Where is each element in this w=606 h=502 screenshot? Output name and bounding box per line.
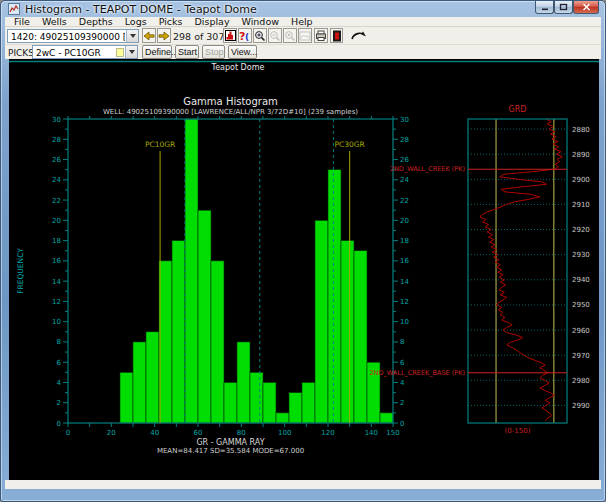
depth-label: 2970	[572, 352, 590, 360]
maximize-button[interactable]	[554, 1, 573, 14]
help-tool-button[interactable]: ? (	[238, 28, 252, 43]
zoom-out-button[interactable]	[268, 28, 282, 43]
histogram-bar	[185, 119, 198, 423]
picks-selector-value: 2wC - PC10GR	[36, 47, 124, 59]
depth-label: 2960	[572, 327, 590, 335]
y-tick-label-right: 20	[400, 217, 409, 225]
histogram-bar	[276, 413, 289, 423]
define-button[interactable]: Define...	[142, 45, 172, 59]
picks-toolbar: PICKS 2wC - PC10GR Define... Start Stop …	[5, 45, 601, 59]
histogram-bar	[146, 332, 159, 423]
prev-arrow-icon	[143, 31, 155, 41]
canvas-header: Teapot Dome	[211, 63, 265, 72]
capture-image-button[interactable]	[298, 28, 312, 43]
y-tick-label: 0	[57, 420, 61, 428]
y-tick-label-right: 18	[400, 237, 409, 245]
picks-label: PICKS	[8, 48, 34, 58]
histogram-bar	[159, 261, 172, 423]
gr-curve	[480, 119, 563, 421]
picks-selector-dropdown[interactable]	[125, 46, 137, 58]
x-tick-label: 140	[365, 429, 378, 437]
help-icon: ? (	[239, 30, 251, 42]
y-tick-label-right: 26	[400, 156, 409, 164]
zoom-reset-button[interactable]	[283, 28, 297, 43]
close-button[interactable]	[573, 1, 599, 14]
y-tick-label: 10	[52, 318, 61, 326]
zoom-in-button[interactable]	[253, 28, 267, 43]
track-title: GRD	[509, 105, 527, 114]
depth-label: 2940	[572, 276, 590, 284]
y-tick-label: 8	[57, 338, 61, 346]
depth-label: 2880	[572, 126, 590, 134]
view-button[interactable]: View...	[228, 45, 257, 59]
menu-item-picks[interactable]: Picks	[153, 17, 189, 27]
plot-area: Teapot DomeGamma HistogramWELL: 49025109…	[9, 59, 599, 480]
menu-item-display[interactable]: Display	[188, 17, 235, 27]
menu-item-logs[interactable]: Logs	[119, 17, 153, 27]
app-window: Histogram - TEAPOT DOME - Teapot Dome Fi…	[0, 0, 606, 502]
menu-item-file[interactable]: File	[8, 17, 36, 27]
track-frame	[468, 119, 567, 423]
print-icon	[315, 30, 327, 42]
start-button[interactable]: Start	[175, 45, 199, 59]
x-tick-label: 150	[386, 429, 399, 437]
histogram-bar	[302, 382, 315, 423]
histogram-bar	[172, 241, 185, 423]
close-icon	[582, 3, 591, 11]
next-arrow-icon	[158, 31, 170, 41]
redo-button[interactable]	[350, 28, 368, 43]
menu-item-depths[interactable]: Depths	[73, 17, 119, 27]
print-button[interactable]	[314, 28, 328, 43]
y-tick-label-right: 16	[400, 257, 409, 265]
stop-button[interactable]: Stop	[202, 45, 225, 59]
histogram-bar	[315, 220, 328, 423]
menubar: FileWellsDepthsLogsPicksDisplayWindowHel…	[5, 17, 601, 27]
exit-icon	[332, 30, 342, 42]
exit-button[interactable]	[330, 28, 343, 43]
depth-label: 2920	[572, 226, 590, 234]
minimize-button[interactable]	[535, 1, 554, 14]
x-tick-label: 60	[194, 429, 203, 437]
app-icon	[8, 3, 20, 15]
x-tick-label: 80	[237, 429, 246, 437]
picks-selector[interactable]: 2wC - PC10GR	[32, 45, 138, 59]
zoom-cancel-icon	[284, 30, 296, 42]
menu-item-wells[interactable]: Wells	[36, 17, 73, 27]
histogram-bar	[289, 393, 302, 423]
minimize-icon	[541, 3, 549, 11]
y-tick-label: 30	[52, 116, 61, 124]
y-tick-label: 2	[57, 399, 61, 407]
y-tick-label: 20	[52, 217, 61, 225]
y-tick-label: 6	[57, 359, 62, 367]
menu-item-window[interactable]: Window	[236, 17, 285, 27]
track-scale-label: (0-150)	[505, 427, 531, 435]
histogram-bar	[224, 382, 237, 423]
histogram-bar	[354, 251, 367, 423]
titlebar[interactable]: Histogram - TEAPOT DOME - Teapot Dome	[1, 1, 605, 17]
pick-label: PC10GR	[145, 140, 175, 149]
depth-label: 2890	[572, 151, 590, 159]
y-tick-label-right: 14	[400, 278, 409, 286]
well-selector-value: 1420: 49025109390000 [LAWRENCE/ALL/N	[11, 31, 125, 43]
depth-label: 2980	[572, 377, 590, 385]
depth-label: 2990	[572, 402, 590, 410]
x-tick-label: 0	[66, 429, 70, 437]
y-tick-label-right: 24	[400, 176, 409, 184]
depth-label: 2900	[572, 176, 590, 184]
next-well-button[interactable]	[157, 28, 171, 43]
menu-item-help[interactable]: Help	[285, 17, 319, 27]
histogram-bar	[250, 372, 263, 423]
well-selector-dropdown[interactable]	[126, 30, 138, 42]
y-tick-label-right: 4	[400, 379, 405, 387]
y-tick-label-right: 12	[400, 298, 409, 306]
prev-well-button[interactable]	[142, 28, 156, 43]
x-tick-label: 120	[321, 429, 334, 437]
histogram-bar	[133, 342, 146, 423]
y-tick-label: 26	[52, 156, 61, 164]
x-axis-label: GR - GAMMA RAY	[196, 438, 264, 447]
redo-arrow-icon	[351, 31, 367, 41]
maximize-icon	[559, 3, 568, 11]
y-tick-label: 14	[52, 278, 61, 286]
histogram-tool-button[interactable]	[223, 28, 237, 43]
well-selector[interactable]: 1420: 49025109390000 [LAWRENCE/ALL/N	[7, 29, 139, 43]
